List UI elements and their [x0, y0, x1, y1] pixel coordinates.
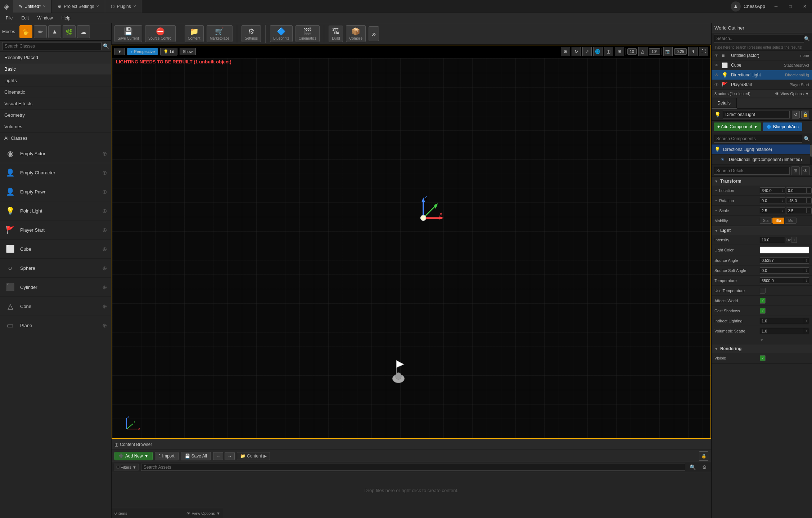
use-temperature-checkbox[interactable]: [760, 288, 766, 294]
camera-num-value[interactable]: 4: [688, 47, 698, 56]
empty-character-add-icon[interactable]: ⊕: [102, 169, 107, 176]
cinematics-button[interactable]: 🎬 Cinematics: [296, 25, 320, 42]
temperature-input[interactable]: ↕: [760, 277, 809, 284]
grid-snap-toggle[interactable]: ⊞: [615, 47, 624, 56]
cb-settings-button[interactable]: ⚙: [700, 464, 709, 471]
rendering-section-header[interactable]: ▼ Rendering: [712, 344, 812, 353]
viewport-dropdown-button[interactable]: ▼: [114, 48, 125, 55]
camera-speed-icon[interactable]: 📷: [663, 47, 673, 56]
translate-tool[interactable]: ⊕: [561, 47, 570, 56]
place-item-player-start[interactable]: 🚩 Player Start ⊕: [0, 220, 111, 240]
rotation-x-input[interactable]: ↕: [760, 197, 785, 204]
place-item-empty-actor[interactable]: ◉ Empty Actor ⊕: [0, 144, 111, 163]
mode-paint-button[interactable]: ✏: [34, 25, 47, 38]
grid-size-value[interactable]: 10: [627, 48, 637, 55]
add-component-button[interactable]: + Add Component ▼: [714, 122, 761, 131]
indirect-lighting-input[interactable]: ↕: [760, 318, 809, 324]
mobility-movable-button[interactable]: Mo: [785, 218, 797, 224]
marketplace-button[interactable]: 🛒 Marketplace: [207, 25, 233, 42]
mode-place-button[interactable]: 🖐: [19, 25, 32, 38]
tab-pl-close[interactable]: ✕: [133, 4, 136, 8]
location-y-input[interactable]: ↕: [786, 187, 812, 194]
comp-item-dir-light-component[interactable]: ☀ DirectionalLightComponent (Inherited): [712, 155, 812, 165]
world-tool[interactable]: 🌐: [593, 47, 603, 56]
content-button[interactable]: 📁 Content: [185, 25, 204, 42]
place-item-cone[interactable]: △ Cone ⊕: [0, 297, 111, 316]
place-item-sphere[interactable]: ○ Sphere ⊕: [0, 259, 111, 278]
tab-plugins[interactable]: ⬡ Plugins ✕: [105, 0, 142, 13]
blueprints-button[interactable]: 🔷 Blueprints: [270, 25, 292, 42]
mobility-static-button[interactable]: Sta: [760, 218, 772, 224]
place-item-cylinder[interactable]: ⬛ Cylinder ⊕: [0, 278, 111, 297]
wo-item-player-start[interactable]: 👁 🚩 PlayerStart PlayerStart: [712, 80, 812, 90]
show-button[interactable]: Show: [180, 48, 196, 55]
volumetric-scatter-input[interactable]: ↕: [760, 328, 809, 334]
world-outliner-search-input[interactable]: [714, 35, 804, 43]
more-button[interactable]: »: [369, 26, 379, 41]
angle-snap-toggle[interactable]: △: [638, 47, 648, 56]
intensity-arrow[interactable]: ↕: [791, 237, 797, 243]
search-classes-input[interactable]: [2, 42, 102, 50]
cylinder-add-icon[interactable]: ⊕: [102, 284, 107, 291]
mode-landscape-button[interactable]: ▲: [48, 25, 61, 38]
point-light-add-icon[interactable]: ⊕: [102, 207, 107, 214]
comp-item-directional-light[interactable]: 💡 DirectionalLight(Instance): [712, 144, 812, 155]
place-item-cube[interactable]: ⬜ Cube ⊕: [0, 240, 111, 259]
mode-foliage-button[interactable]: 🌿: [63, 25, 76, 38]
tab-details[interactable]: Details: [712, 98, 737, 108]
category-visual-effects[interactable]: Visual Effects: [0, 98, 111, 110]
component-search-input[interactable]: [714, 135, 802, 143]
place-item-plane[interactable]: ▭ Plane ⊕: [0, 316, 111, 335]
menu-edit[interactable]: Edit: [17, 14, 33, 22]
scale-x-input[interactable]: ↕: [760, 207, 785, 214]
save-all-button[interactable]: 💾 Save All: [181, 452, 211, 460]
cone-add-icon[interactable]: ⊕: [102, 303, 107, 310]
scale-y-input[interactable]: ↕: [786, 207, 812, 214]
cb-lock-button[interactable]: 🔒: [699, 451, 708, 461]
category-geometry[interactable]: Geometry: [0, 110, 111, 121]
place-item-empty-pawn[interactable]: 👤 Empty Pawn ⊕: [0, 182, 111, 201]
category-basic[interactable]: Basic: [0, 63, 111, 75]
details-reset-button[interactable]: ↺: [792, 111, 800, 119]
mobility-stationary-button[interactable]: Sta: [772, 218, 784, 224]
empty-pawn-add-icon[interactable]: ⊕: [102, 188, 107, 195]
tab-ps-close[interactable]: ✕: [96, 4, 99, 8]
rotation-y-input[interactable]: ↕: [786, 197, 812, 204]
empty-actor-add-icon[interactable]: ⊕: [102, 150, 107, 157]
category-cinematic[interactable]: Cinematic: [0, 86, 111, 98]
category-volumes[interactable]: Volumes: [0, 121, 111, 133]
angle-snap-value[interactable]: 10°: [649, 48, 660, 55]
comp-list-scroll-thumb[interactable]: [810, 144, 812, 157]
wo-item-cube[interactable]: 👁 ⬜ Cube StaticMeshAct: [712, 61, 812, 70]
filter-options-button[interactable]: ⊟ Filters ▼: [114, 464, 139, 470]
close-button[interactable]: ✕: [798, 0, 812, 13]
maximize-viewport-button[interactable]: ⛶: [699, 47, 708, 56]
plane-add-icon[interactable]: ⊕: [102, 322, 107, 329]
rotate-tool[interactable]: ↻: [572, 47, 581, 56]
sphere-add-icon[interactable]: ⊕: [102, 265, 107, 272]
wo-item-directional-light[interactable]: 👁 💡 DirectionalLight DirectionalLig: [712, 70, 812, 80]
cube-add-icon[interactable]: ⊕: [102, 246, 107, 253]
visible-checkbox[interactable]: ✓: [760, 355, 766, 361]
tab-project-settings[interactable]: ⚙ Project Settings ✕: [52, 0, 105, 13]
save-current-button[interactable]: 💾 Save Current: [114, 25, 142, 42]
cb-view-options[interactable]: 👁 View Options ▼: [186, 511, 221, 515]
source-soft-angle-input[interactable]: ↕: [760, 267, 809, 274]
nav-forward-button[interactable]: →: [225, 452, 235, 460]
menu-file[interactable]: File: [1, 14, 17, 22]
transform-section-header[interactable]: ▼ Transform: [712, 177, 812, 186]
location-x-input[interactable]: ↕: [760, 187, 785, 194]
category-recently-placed[interactable]: Recently Placed: [0, 52, 111, 63]
tab-close-dot[interactable]: ✕: [43, 4, 46, 8]
blueprint-add-button[interactable]: 🔷 Blueprint/Adc: [763, 122, 802, 131]
search-assets-button[interactable]: 🔍: [687, 464, 698, 471]
details-grid-view-button[interactable]: ⊞: [791, 166, 800, 175]
settings-button[interactable]: ⚙ Settings: [242, 25, 261, 42]
compile-button[interactable]: 📦 Compile: [346, 25, 366, 42]
mode-geometry-button[interactable]: ☁: [77, 25, 90, 38]
place-item-empty-character[interactable]: 👤 Empty Character ⊕: [0, 163, 111, 182]
search-assets-input[interactable]: [141, 464, 685, 471]
viewport[interactable]: ▼ ● Perspective 💡 Lit Show ⊕ ↻ ⤢ 🌐: [112, 45, 711, 439]
wo-view-options[interactable]: 👁 View Options ▼: [775, 91, 809, 96]
scale-tool[interactable]: ⤢: [582, 47, 592, 56]
